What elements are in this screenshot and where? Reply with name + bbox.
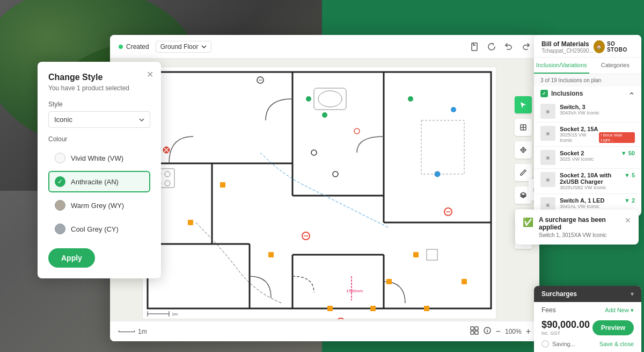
svg-point-23 — [435, 171, 440, 177]
item-name: Socket 2, 10A with 2xUSB Charger — [560, 172, 620, 185]
bom-title-group: Bill of Materials Tchappat_CH29590... — [541, 40, 594, 54]
bom-title: Bill of Materials — [541, 40, 594, 48]
bom-header: Bill of Materials Tchappat_CH29590... 🏠 … — [534, 35, 641, 58]
svg-rect-24 — [220, 182, 225, 188]
svg-point-33 — [306, 96, 311, 102]
file-icon[interactable] — [470, 42, 479, 52]
item-sku: 3025/15 VW Iconic ! Brick Wall Light... — [560, 132, 635, 143]
saving-circle — [541, 340, 549, 348]
svg-text:1500mm: 1500mm — [346, 289, 363, 293]
item-name: Socket 2 — [560, 150, 617, 156]
svg-rect-30 — [462, 279, 467, 284]
grid-icon[interactable] — [470, 326, 479, 336]
scale-bar: 1m — [119, 328, 147, 335]
inclusions-label: ✓ Inclusions — [540, 90, 583, 97]
svg-rect-26 — [268, 252, 274, 257]
surcharges-panel: Surcharges ▾ Fees Add New ▾ $90,000.00 i… — [534, 286, 641, 352]
zoom-out-button[interactable]: − — [496, 327, 501, 336]
floor-select-label: Ground Floor — [160, 43, 199, 51]
tab-inclusions[interactable]: Inclusion/Variations — [534, 58, 589, 74]
preview-button[interactable]: Preview — [592, 320, 634, 335]
colour-option-cool-grey[interactable]: Cool Grey (CY) — [48, 218, 150, 240]
tab-categories[interactable]: Categories — [589, 58, 641, 74]
bom-item-switch3: ▣ Switch, 3 3043VA VW Iconic — [534, 100, 641, 123]
colour-name-cool-grey: Cool Grey (CY) — [71, 225, 119, 233]
undo-icon[interactable] — [504, 42, 514, 52]
selected-checkmark: ✓ — [55, 176, 65, 187]
pencil-tool[interactable] — [515, 164, 532, 181]
refresh-icon[interactable] — [487, 42, 496, 52]
save-close-button[interactable]: Save & close — [599, 341, 634, 347]
item-thumbnail: ▣ — [540, 126, 555, 141]
item-thumbnail: ▣ — [540, 172, 555, 187]
colour-option-anthracite[interactable]: ✓ Anthracite (AN) — [48, 171, 150, 192]
pointer-tool[interactable] — [515, 96, 532, 113]
bom-item-socket15a: ▣ Socket 2, 15A 3025/15 VW Iconic ! Bric… — [534, 123, 641, 147]
colour-name-vivid-white: Vivid White (VW) — [71, 154, 123, 162]
inclusions-checkbox[interactable]: ✓ — [540, 90, 548, 97]
colour-option-warm-grey[interactable]: Warm Grey (WY) — [48, 195, 150, 216]
bom-count: 3 of 19 Inclusions on plan — [534, 74, 641, 87]
item-name: Switch A, 1 LED — [560, 197, 620, 204]
surcharges-title: Surcharges — [541, 290, 577, 298]
item-count[interactable]: ▼ 2 — [624, 197, 635, 204]
colour-name-anthracite: Anthracite (AN) — [71, 178, 119, 186]
notification-close[interactable]: ✕ — [625, 216, 631, 225]
info-icon[interactable] — [483, 326, 492, 336]
panel-subtitle: You have 1 product selected — [48, 84, 150, 92]
item-badge: ! Brick Wall Light... — [599, 132, 635, 143]
svg-rect-27 — [327, 306, 333, 311]
item-count[interactable]: ▼ 5 — [624, 172, 635, 178]
apply-button[interactable]: Apply — [48, 248, 95, 268]
top-bar: Created Ground Floor — [110, 35, 539, 59]
svg-rect-63 — [475, 331, 478, 334]
floor-plan-svg-container: 1500mm 1m — [142, 67, 496, 319]
item-info: Socket 2 3025 VW Iconic — [560, 150, 617, 162]
notification-subtitle: Switch 1, 3015XA VW Iconic — [539, 232, 619, 238]
collapse-icon[interactable] — [628, 90, 635, 97]
redo-icon[interactable] — [521, 42, 531, 52]
zoom-in-button[interactable]: + — [526, 327, 531, 336]
svg-text:1m: 1m — [172, 312, 178, 317]
floor-select[interactable]: Ground Floor — [156, 41, 212, 53]
bom-item-socket-usb: ▣ Socket 2, 10A with 2xUSB Charger 3025U… — [534, 169, 641, 194]
saving-label: Saving... — [552, 341, 575, 347]
svg-rect-62 — [471, 331, 474, 334]
colour-swatch-white — [55, 153, 65, 163]
svg-point-35 — [408, 96, 413, 102]
svg-rect-60 — [471, 327, 474, 330]
created-label: Created — [126, 43, 149, 51]
svg-rect-0 — [472, 43, 477, 51]
surcharges-chevron[interactable]: ▾ — [631, 290, 634, 298]
floor-plan-area[interactable]: ‹ — [110, 59, 539, 321]
bom-subtitle: Tchappat_CH29590... — [541, 48, 594, 54]
inclusions-text: Inclusions — [551, 90, 583, 97]
saving-indicator: Saving... — [541, 340, 575, 348]
app-window: Created Ground Floor ‹ — [110, 35, 539, 341]
svg-rect-32 — [386, 279, 392, 284]
panel-title: Change Style — [48, 73, 150, 82]
svg-point-36 — [451, 107, 456, 112]
svg-point-66 — [487, 329, 487, 329]
zoom-level: 100% — [505, 328, 522, 335]
arrows-tool[interactable] — [515, 141, 532, 159]
colour-label: Colour — [48, 135, 150, 143]
colour-option-vivid-white[interactable]: Vivid White (VW) — [48, 147, 150, 169]
svg-rect-31 — [413, 252, 419, 257]
price-group: $90,000.00 inc. GST — [541, 319, 590, 336]
bom-panel: Bill of Materials Tchappat_CH29590... 🏠 … — [534, 35, 641, 216]
item-info: Switch A, 1 LED 3041AL VW Iconic — [560, 197, 620, 209]
price-row: $90,000.00 inc. GST Preview — [541, 319, 634, 336]
expand-tool[interactable] — [515, 119, 532, 136]
style-select[interactable]: Iconic — [48, 111, 150, 128]
notification-title: A surcharge has been applied — [539, 216, 619, 231]
close-button[interactable]: ✕ — [147, 69, 153, 80]
style-label: Style — [48, 100, 150, 108]
item-count[interactable]: ▼ 50 — [621, 150, 635, 156]
price-value: $90,000.00 — [541, 319, 590, 331]
bom-tabs: Inclusion/Variations Categories — [534, 58, 641, 74]
save-row: Saving... Save & close — [541, 340, 634, 348]
add-new-button[interactable]: Add New ▾ — [605, 307, 634, 314]
svg-point-34 — [322, 112, 327, 118]
surcharge-notification: ✅ A surcharge has been applied Switch 1,… — [515, 210, 639, 245]
